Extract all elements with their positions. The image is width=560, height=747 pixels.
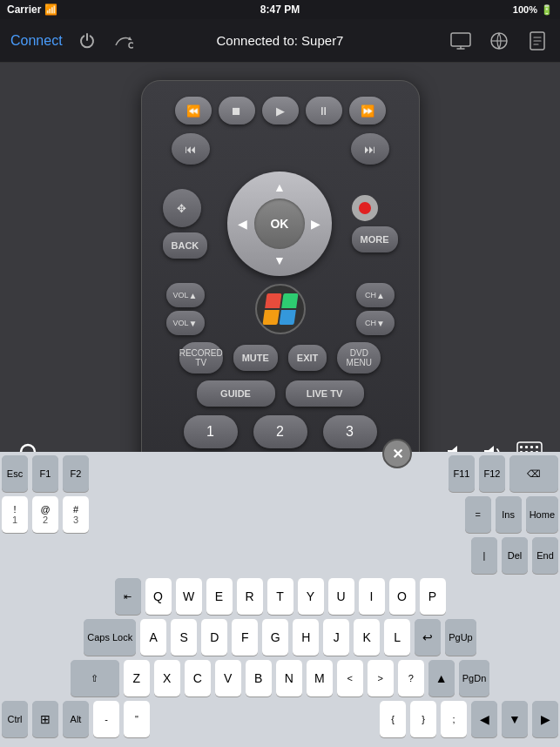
del-key[interactable]: Del <box>502 537 528 574</box>
record-button[interactable] <box>352 195 378 221</box>
x-key[interactable]: X <box>154 660 180 697</box>
windows-button[interactable] <box>255 284 306 334</box>
svg-point-0 <box>129 43 133 48</box>
play-button[interactable]: ▶ <box>262 97 299 124</box>
ok-button[interactable]: OK <box>254 199 305 249</box>
live-tv-button[interactable]: LIVE TV <box>286 380 364 407</box>
home-key[interactable]: Home <box>526 496 558 533</box>
u-key[interactable]: U <box>328 578 354 615</box>
recored-tv-button[interactable]: RECOREDTV <box>179 342 223 374</box>
up-arrow-key[interactable]: ▲ <box>428 660 455 697</box>
launch-icon[interactable] <box>111 29 136 53</box>
connect-button[interactable]: Connect <box>10 33 63 49</box>
i-key[interactable]: I <box>359 578 385 615</box>
dpad-left[interactable]: ◀ <box>231 212 255 236</box>
c-key[interactable]: C <box>185 660 211 697</box>
left-arrow-key[interactable]: ◀ <box>471 701 497 737</box>
w-key[interactable]: W <box>176 578 202 615</box>
dpad-right[interactable]: ▶ <box>304 212 328 236</box>
dvd-menu-button[interactable]: DVDMENU <box>337 342 381 374</box>
alt-key[interactable]: Alt <box>63 701 89 737</box>
q-key[interactable]: Q <box>145 578 172 615</box>
ctrl-key[interactable]: Ctrl <box>2 701 28 737</box>
ch-down-button[interactable]: CH ▼ <box>356 311 395 335</box>
guide-button[interactable]: GUIDE <box>197 380 275 407</box>
ins-key[interactable]: Ins <box>496 496 522 533</box>
document-icon[interactable] <box>525 29 550 53</box>
skip-back-button[interactable]: ⏮ <box>172 133 210 165</box>
down-arrow-key[interactable]: ▼ <box>502 701 528 737</box>
k-key[interactable]: K <box>354 619 380 656</box>
power-icon[interactable] <box>75 29 99 53</box>
fastforward-button[interactable]: ⏩ <box>349 97 386 124</box>
more-button[interactable]: MORE <box>352 226 398 252</box>
move-button[interactable]: ✥ <box>163 189 201 227</box>
rewind-button[interactable]: ⏪ <box>175 97 212 124</box>
back-button[interactable]: BACK <box>163 232 208 259</box>
tab-key[interactable]: ⇤ <box>115 578 141 615</box>
h-key[interactable]: H <box>293 619 319 656</box>
f1-key[interactable]: F1 <box>32 455 58 492</box>
a-key[interactable]: A <box>140 619 166 656</box>
close-button[interactable]: ✕ <box>382 439 412 468</box>
pause-button[interactable]: ⏸ <box>306 97 342 124</box>
at-key[interactable]: @2 <box>32 496 58 533</box>
b-key[interactable]: B <box>246 660 272 697</box>
screen-icon[interactable] <box>449 29 473 53</box>
t-key[interactable]: T <box>267 578 293 615</box>
z-key[interactable]: Z <box>124 660 150 697</box>
f-key[interactable]: F <box>232 619 258 656</box>
equals-key[interactable]: = <box>465 496 491 533</box>
s-key[interactable]: S <box>171 619 197 656</box>
shift-key[interactable]: ⇧ <box>71 660 119 697</box>
skip-forward-button[interactable]: ⏭ <box>351 133 389 165</box>
lbrace-key[interactable]: { <box>380 701 406 737</box>
d-key[interactable]: D <box>201 619 227 656</box>
y-key[interactable]: Y <box>298 578 324 615</box>
o-key[interactable]: O <box>389 578 415 615</box>
r-key[interactable]: R <box>237 578 263 615</box>
quote-key[interactable]: " <box>124 701 150 737</box>
rbrace-key[interactable]: } <box>410 701 436 737</box>
j-key[interactable]: J <box>323 619 349 656</box>
lt-key[interactable]: < <box>337 660 363 697</box>
hash-key[interactable]: #3 <box>63 496 89 533</box>
g-key[interactable]: G <box>262 619 288 656</box>
v-key[interactable]: V <box>215 660 241 697</box>
dpad-down[interactable]: ▼ <box>267 248 292 273</box>
dpad-up[interactable]: ▲ <box>267 175 292 199</box>
ch-up-button[interactable]: CH ▲ <box>356 283 395 307</box>
action-row: RECOREDTV MUTE EXIT DVDMENU <box>154 342 407 374</box>
exit-button[interactable]: EXIT <box>288 345 327 371</box>
pgup-key[interactable]: PgUp <box>445 619 476 656</box>
p-key[interactable]: P <box>420 578 446 615</box>
n-key[interactable]: N <box>276 660 302 697</box>
backspace-key[interactable]: ⌫ <box>509 455 558 492</box>
end-key[interactable]: End <box>532 537 558 574</box>
return-key[interactable]: ↩ <box>415 619 441 656</box>
e-key[interactable]: E <box>206 578 233 615</box>
f2-key[interactable]: F2 <box>63 455 89 492</box>
right-arrow-key[interactable]: ▶ <box>532 701 558 737</box>
semicol-key[interactable]: ; <box>441 701 467 737</box>
f11-key[interactable]: F11 <box>449 455 475 492</box>
stop-button[interactable]: ⏹ <box>219 97 255 124</box>
pipe-key[interactable]: | <box>471 537 497 574</box>
transport-row: ⏪ ⏹ ▶ ⏸ ⏩ <box>154 97 407 124</box>
pgdn-key[interactable]: PgDn <box>459 660 490 697</box>
m-key[interactable]: M <box>307 660 333 697</box>
mute-button[interactable]: MUTE <box>233 345 278 371</box>
slash-key[interactable]: ? <box>398 660 424 697</box>
l-key[interactable]: L <box>384 619 410 656</box>
dpad-right-buttons: MORE <box>352 195 398 252</box>
f12-key[interactable]: F12 <box>479 455 505 492</box>
win-key[interactable]: ⊞ <box>32 701 58 737</box>
gt-key[interactable]: > <box>368 660 394 697</box>
globe-icon[interactable] <box>487 29 511 53</box>
capslock-key[interactable]: Caps Lock <box>84 619 136 656</box>
esc-key[interactable]: Esc <box>2 455 28 492</box>
vol-up-button[interactable]: VOL ▲ <box>166 283 205 307</box>
vol-down-button[interactable]: VOL ▼ <box>166 311 205 335</box>
excl-key[interactable]: !1 <box>2 496 28 533</box>
minus-key[interactable]: - <box>93 701 119 737</box>
